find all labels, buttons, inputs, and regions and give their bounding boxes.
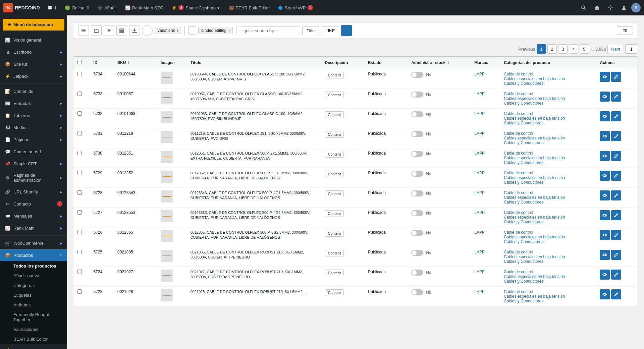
- settings-icon-btn[interactable]: [604, 2, 616, 14]
- site-logo[interactable]: RC REDCOIND: [3, 3, 40, 12]
- content-button[interactable]: Content: [325, 72, 344, 78]
- submenu-todos[interactable]: Todos los productos: [0, 261, 67, 271]
- submenu-atributos[interactable]: Atributos: [0, 300, 67, 310]
- circle-btn[interactable]: [142, 25, 153, 36]
- view-button[interactable]: [600, 190, 610, 200]
- category-link[interactable]: Cable de control: [504, 230, 593, 235]
- select-all-checkbox[interactable]: [77, 60, 82, 64]
- stock-toggle-switch[interactable]: [411, 131, 423, 137]
- category-link[interactable]: Cables especiales en baja tensión: [504, 274, 593, 279]
- th-id[interactable]: ID: [90, 57, 114, 69]
- category-link[interactable]: Cable de control: [504, 151, 593, 156]
- submenu-valoraciones[interactable]: Valoraciones: [0, 325, 67, 334]
- category-link[interactable]: Cables y Conductores: [504, 81, 593, 86]
- category-link[interactable]: Cables especiales en baja tensión: [504, 76, 593, 81]
- adminbar-bear[interactable]: 🐻 BEAR Bulk Editor: [225, 0, 274, 15]
- page-jump-input[interactable]: 1: [625, 44, 637, 54]
- stock-toggle-switch[interactable]: [411, 270, 423, 276]
- stock-toggle-switch[interactable]: [411, 171, 423, 177]
- category-link[interactable]: Cable de control: [504, 190, 593, 195]
- row-checkbox[interactable]: [77, 72, 82, 76]
- category-link[interactable]: Cable de control: [504, 171, 593, 175]
- content-button[interactable]: Content: [325, 190, 344, 197]
- category-link[interactable]: Cable de control: [504, 210, 593, 215]
- view-button[interactable]: [600, 131, 610, 141]
- stock-toggle-switch[interactable]: [411, 72, 423, 78]
- view-button[interactable]: [600, 230, 610, 240]
- category-link[interactable]: Cables y Conductores: [504, 101, 593, 106]
- category-link[interactable]: Cables y Conductores: [504, 140, 593, 145]
- sidebar-item-sitekit[interactable]: 📦 Site Kit ▶: [0, 58, 67, 70]
- sidebar-item-jetpack[interactable]: ⚡ Jetpack ▶: [0, 70, 67, 82]
- edit-button[interactable]: [611, 210, 621, 220]
- category-link[interactable]: Cable de control: [504, 72, 593, 76]
- home-icon-btn[interactable]: [591, 2, 603, 14]
- content-button[interactable]: Content: [325, 250, 344, 256]
- sidebar-item-mensajes[interactable]: 📨 Mensajes ▶: [0, 210, 67, 222]
- edit-button[interactable]: [611, 270, 621, 280]
- view-button[interactable]: [600, 111, 610, 121]
- content-button[interactable]: Content: [325, 270, 344, 276]
- submenu-bear[interactable]: BEAR Bulk Editor: [0, 334, 67, 344]
- content-button[interactable]: Content: [325, 171, 344, 177]
- category-link[interactable]: Cables y Conductores: [504, 239, 593, 244]
- sidebar-item-tableros[interactable]: 📋 Tableros ▶: [0, 109, 67, 121]
- page-btn-3[interactable]: 3: [558, 44, 568, 54]
- category-link[interactable]: Cable de control: [504, 289, 593, 294]
- adminbar-rankmath[interactable]: 📈 Rank Math SEO: [121, 0, 168, 15]
- quick-search-input[interactable]: [240, 26, 300, 35]
- brand-link[interactable]: LAPP: [474, 289, 485, 294]
- sidebar-item-spacedash[interactable]: ⚡ Space Dashboard ▶: [0, 344, 67, 349]
- brand-link[interactable]: LAPP: [474, 230, 485, 235]
- category-link[interactable]: Cables y Conductores: [504, 279, 593, 284]
- edit-button[interactable]: [611, 92, 621, 102]
- adminbar-anadir[interactable]: ➕ Añadir: [93, 0, 121, 15]
- next-button[interactable]: Next: [607, 45, 624, 53]
- view-button[interactable]: [600, 171, 610, 181]
- sidebar-item-medios[interactable]: 🖼 Medios ▶: [0, 121, 67, 133]
- edit-button[interactable]: [611, 230, 621, 240]
- row-checkbox[interactable]: [77, 131, 82, 135]
- sidebar-item-contacto[interactable]: ✉ Contacto 1: [0, 198, 67, 210]
- category-link[interactable]: Cables especiales en baja tensión: [504, 254, 593, 259]
- like-filter-btn[interactable]: LIKE: [321, 26, 339, 35]
- view-button[interactable]: [600, 92, 610, 102]
- toggle-box[interactable]: [188, 26, 196, 35]
- edit-button[interactable]: [611, 190, 621, 200]
- row-checkbox[interactable]: [77, 190, 82, 195]
- content-button[interactable]: Content: [325, 151, 344, 158]
- menu-search-button[interactable]: ☰ Menú de búsqueda: [3, 19, 64, 31]
- view-button[interactable]: [600, 289, 610, 299]
- edit-button[interactable]: [611, 151, 621, 161]
- submenu-etiquetas[interactable]: Etiquetas: [0, 290, 67, 300]
- submenu-categorias[interactable]: Categorías: [0, 281, 67, 290]
- view-button[interactable]: [600, 210, 610, 220]
- edit-button[interactable]: [611, 131, 621, 141]
- category-link[interactable]: Cables especiales en baja tensión: [504, 235, 593, 239]
- brand-link[interactable]: LAPP: [474, 190, 485, 195]
- brand-link[interactable]: LAPP: [474, 151, 485, 156]
- category-link[interactable]: Cables especiales en baja tensión: [504, 215, 593, 220]
- row-checkbox[interactable]: [77, 210, 82, 215]
- active-filter-btn[interactable]: [341, 25, 352, 36]
- category-link[interactable]: Cables especiales en baja tensión: [504, 294, 593, 299]
- stock-toggle-switch[interactable]: [411, 111, 423, 117]
- sidebar-item-vision[interactable]: 📊 Visión general: [0, 34, 67, 46]
- stock-toggle-switch[interactable]: [411, 289, 423, 295]
- category-link[interactable]: Cables especiales en baja tensión: [504, 175, 593, 180]
- stock-toggle-switch[interactable]: [411, 151, 423, 157]
- view-button[interactable]: [600, 250, 610, 260]
- row-checkbox[interactable]: [77, 92, 82, 96]
- content-button[interactable]: Content: [325, 289, 344, 296]
- category-link[interactable]: Cables especiales en baja tensión: [504, 156, 593, 160]
- sidebar-item-contenido[interactable]: 📝 Contenido: [0, 85, 67, 97]
- category-link[interactable]: Cable de control: [504, 250, 593, 254]
- category-link[interactable]: Cable de control: [504, 131, 593, 136]
- sidebar-item-productos[interactable]: 📦 Productos ▼: [0, 249, 67, 261]
- stock-toggle-switch[interactable]: [411, 250, 423, 256]
- export-btn[interactable]: [129, 25, 140, 36]
- th-sku[interactable]: SKU ℹ: [114, 57, 157, 69]
- brand-link[interactable]: LAPP: [474, 92, 485, 96]
- sidebar-item-entradas[interactable]: 📰 Entradas ▶: [0, 97, 67, 109]
- per-page-input[interactable]: 20: [617, 26, 633, 35]
